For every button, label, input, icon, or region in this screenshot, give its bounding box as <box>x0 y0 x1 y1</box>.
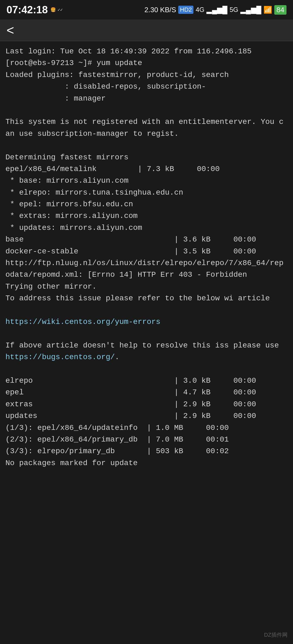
status-left-icons: 🍔 ✓✓ <box>50 7 63 12</box>
notification-icon: 🍔 <box>50 7 56 12</box>
5g-icon: 5G <box>230 6 238 14</box>
double-check-icon: ✓✓ <box>58 7 63 12</box>
terminal-output: Last login: Tue Oct 18 16:49:39 2022 fro… <box>5 46 288 469</box>
status-bar: 07:42:18 🍔 ✓✓ 2.30 KB/S HD2 4G ▂▄▆█ 5G ▂… <box>0 0 293 20</box>
network-speed: 2.30 KB/S <box>144 6 176 14</box>
bugs-url: https://bugs.centos.org/ <box>5 353 115 361</box>
wiki-url: https://wiki.centos.org/yum-errors <box>5 318 160 326</box>
back-button[interactable]: < <box>7 24 14 37</box>
clock: 07:42:18 <box>7 4 48 16</box>
wifi-icon: 📶 <box>263 6 272 14</box>
status-left: 07:42:18 🍔 ✓✓ <box>7 4 63 16</box>
4g-icon: 4G <box>196 6 204 14</box>
status-right: 2.30 KB/S HD2 4G ▂▄▆█ 5G ▂▄▆█ 📶 84 <box>144 5 286 15</box>
battery-indicator: 84 <box>274 5 286 15</box>
signal-4g-icon: ▂▄▆█ <box>206 6 227 14</box>
watermark: DZ插件网 <box>264 631 288 639</box>
signal-5g-icon: ▂▄▆█ <box>240 6 261 14</box>
hd-badge: HD2 <box>178 6 193 14</box>
terminal-container: Last login: Tue Oct 18 16:49:39 2022 fro… <box>0 41 293 473</box>
nav-bar: < <box>0 20 293 41</box>
